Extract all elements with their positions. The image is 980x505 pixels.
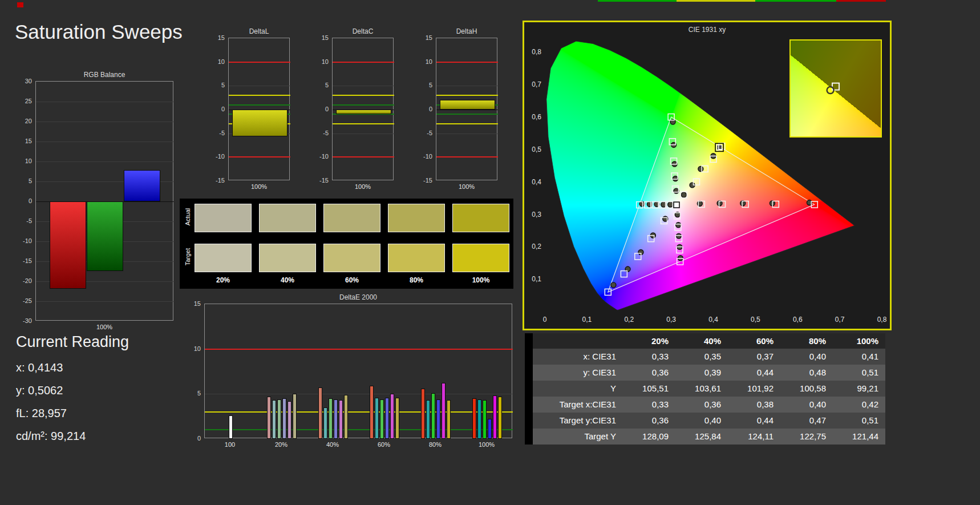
table-cell: 0,37 [728,349,780,365]
current-reading-x: x: 0,4143 [16,361,129,374]
table-row-label: Y [533,381,623,397]
current-reading-fl: fL: 28,957 [16,407,129,420]
rgb-balance-ytick: -10 [13,237,32,244]
delta-c-limit-yellow-line [333,123,394,124]
delta-e-ytick: 15 [186,300,201,307]
swatch-target-100% [452,244,509,272]
delta-c-limit-red-line [333,62,394,63]
delta-e-bar [385,398,389,439]
cie-xtick: 0,2 [621,316,637,324]
actual-target-swatch-panel: ActualTarget20%40%60%80%100% [180,199,513,289]
delta-l-chart: DeltaL151050-5-10-15100% [209,25,294,196]
delta-c-ytick: -5 [313,130,329,136]
table-cell: 122,75 [780,429,833,445]
delta-c-gridline [333,86,394,86]
swatch-target-80% [388,244,445,272]
delta-e-bar [272,400,276,439]
delta-e-bar [344,395,348,439]
delta-c-chart: DeltaC151050-5-10-15100% [313,25,398,196]
delta-h-ytick: -5 [416,130,432,136]
swatch-col-label: 100% [452,276,509,284]
delta-e-ytick: 0 [186,435,201,442]
rgb-balance-ytick: -20 [13,277,32,284]
delta-e-group-label: 20% [264,441,298,448]
table-cell: 0,42 [833,397,885,413]
delta-l-bar [232,110,287,136]
delta-e-2000-chart: DeltaE 200015105010020%40%60%80%100% [186,292,517,453]
delta-e-bar [287,401,291,439]
top-strip-segment [755,0,836,2]
delta-e-gridline [205,394,513,394]
delta-l-limit-yellow-line [229,95,290,96]
delta-e-bar [282,398,286,439]
rgb-balance-ytick: -25 [13,297,32,304]
delta-c-limit-yellow-line [333,95,394,96]
table-cell: 0,39 [675,365,728,381]
delta-e-limit-green-line [205,429,513,430]
delta-e-group-label: 60% [367,441,401,448]
delta-l-ytick: 15 [209,34,225,41]
delta-c-title: DeltaC [332,27,394,35]
swatch-actual-40% [259,204,316,232]
table-row-label: y: CIE31 [533,365,623,381]
table-cell: 0,36 [623,413,675,429]
table-cell: 101,92 [728,381,780,397]
delta-l-gridline [229,86,290,86]
rgb-balance-xlabel: 100% [35,324,173,330]
table-cell: 0,51 [833,365,885,381]
delta-e-bar [436,399,440,439]
table-cell: 105,51 [623,381,675,397]
top-strip-segment [836,0,886,2]
delta-c-xlabel: 100% [332,183,394,190]
delta-h-ytick: 0 [416,106,432,112]
cie-xtick: 0,1 [579,316,595,324]
table-header-40%: 40% [675,333,728,349]
rgb-balance-ytick: 0 [13,197,32,204]
delta-e-limit-yellow-line [205,411,513,413]
swatch-target-20% [195,244,252,272]
delta-e-ytick: 10 [186,345,201,352]
cie-1931-panel: CIE 1931 xy 00,10,20,30,40,50,60,70,80,1… [523,21,892,330]
swatch-col-label: 80% [388,276,445,284]
table-cell: 128,09 [623,429,675,445]
rgb-balance-gridline [36,142,174,142]
delta-l-ytick: -5 [209,130,225,136]
table-color-column [525,333,533,445]
table-cell: 0,40 [780,349,833,365]
delta-e-group-label: 100% [469,441,504,448]
page-title: Saturation Sweeps [15,21,183,43]
measurement-table: 20%40%60%80%100%x: CIE310,330,350,370,40… [525,333,886,447]
current-reading-cdm2: cd/m²: 99,214 [16,430,129,443]
table-cell: 0,44 [728,365,780,381]
current-reading-panel: Current Reading x: 0,4143 y: 0,5062 fL: … [16,333,129,453]
delta-e-bar [483,400,487,439]
delta-l-limit-green-line [229,104,290,106]
cie-xtick: 0,5 [747,316,763,324]
swatch-actual-20% [195,204,252,232]
delta-e-bar [229,415,233,439]
table-cell: 0,48 [780,365,833,381]
delta-e-bar [329,398,333,439]
delta-c-limit-green-line [333,114,394,115]
table-row-label: Target Y [533,429,623,445]
delta-l-plot [228,38,290,180]
swatch-target-40% [259,244,316,272]
table-cell: 124,11 [728,429,780,445]
rgb-balance-gridline [36,161,174,162]
table-cell: 121,44 [833,429,885,445]
table-cell: 0,44 [728,413,780,429]
delta-l-xlabel: 100% [228,183,290,190]
rgb-balance-ytick: 25 [13,98,32,104]
rgb-balance-ytick: 15 [13,138,32,144]
delta-e-limit-red-line [205,349,513,350]
table-cell: 0,38 [728,397,780,413]
rgb-balance-plot [35,81,173,321]
cie-xtick: 0,3 [663,316,679,324]
table-cell: 99,21 [833,381,885,397]
cie-ytick: 0,5 [525,146,541,153]
rgb-balance-gridline [36,122,174,122]
delta-l-ytick: 5 [209,82,225,88]
cie-xtick: 0 [537,316,553,324]
rgb-balance-chart: RGB Balance302520151050-5-10-15-20-25-30… [13,65,179,338]
delta-e-group-label: 40% [315,441,350,448]
